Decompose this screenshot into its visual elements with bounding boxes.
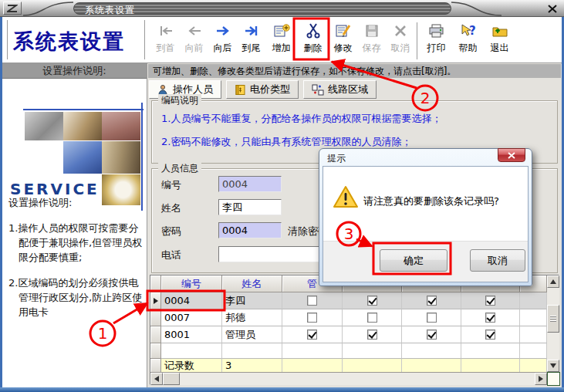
checkbox[interactable] bbox=[307, 296, 317, 306]
thumb-ridges bbox=[550, 316, 556, 322]
scroll-up-button[interactable] bbox=[547, 275, 559, 288]
person-info-title: 人员信息 bbox=[158, 162, 201, 175]
table-row[interactable]: 0004 李四 bbox=[150, 292, 547, 309]
arrow-left-icon bbox=[186, 22, 203, 40]
window-border bbox=[0, 387, 564, 392]
checkbox[interactable] bbox=[367, 296, 377, 306]
sidebar-header: 设置操作说明: bbox=[2, 63, 147, 79]
instruction-item: 2.区域编码的划分必须按供电管理行政区划分,防止跨区使用电卡 bbox=[8, 275, 143, 319]
scroll-right-icon bbox=[539, 376, 543, 382]
checkbox[interactable] bbox=[307, 313, 317, 323]
svg-text:?: ? bbox=[469, 24, 476, 38]
photo-pen bbox=[63, 112, 102, 140]
price-book-icon bbox=[235, 84, 246, 96]
dialog-close-button[interactable] bbox=[498, 148, 525, 162]
checkbox[interactable] bbox=[427, 296, 437, 306]
divider bbox=[7, 20, 8, 59]
instruction-item: 1.操作人员的权限可按需要分配便于兼职操作,但管理员权限分配要慎重; bbox=[8, 221, 143, 265]
cancel-button[interactable]: 取消 bbox=[470, 249, 525, 272]
edit-icon bbox=[335, 22, 352, 40]
code-field[interactable] bbox=[218, 176, 282, 192]
checkbox[interactable] bbox=[427, 329, 437, 340]
tab-line-region[interactable]: 线路区域 bbox=[303, 80, 377, 99]
photo-fabric bbox=[102, 141, 140, 174]
col-header-code[interactable]: 编号 bbox=[161, 275, 222, 292]
toolbar-exit-button[interactable]: 退出 bbox=[484, 19, 515, 63]
table-footer-row: 记录数 3 bbox=[150, 359, 547, 373]
name-field[interactable] bbox=[218, 199, 282, 215]
scroll-down-icon bbox=[550, 363, 556, 368]
title-bar: 系统表设置 bbox=[0, 0, 564, 17]
toolbar-print-button[interactable]: 打印 bbox=[420, 19, 452, 63]
checkbox[interactable] bbox=[307, 329, 317, 340]
table-row[interactable]: 0007 邦德 bbox=[150, 309, 547, 326]
scroll-down-button[interactable] bbox=[547, 360, 559, 372]
window-border bbox=[0, 17, 2, 392]
scissors-icon bbox=[306, 22, 321, 40]
help-icon: ? bbox=[460, 22, 477, 40]
window-close-button[interactable] bbox=[545, 2, 559, 15]
coding-note-line: 2.密码不能修改，只能由具有系统管理权限的人员清除； bbox=[161, 135, 411, 149]
vertical-scrollbar[interactable] bbox=[547, 275, 559, 372]
dialog-footer: 确定 取消 bbox=[323, 241, 528, 282]
app-header: 系统表设置 到首 向前 向后 到尾 bbox=[2, 17, 562, 63]
checkbox[interactable] bbox=[367, 313, 377, 323]
arrow-right-icon bbox=[214, 22, 231, 40]
col-header-name[interactable]: 姓名 bbox=[222, 275, 282, 292]
horizontal-scrollbar[interactable] bbox=[150, 372, 547, 385]
printer-icon bbox=[428, 22, 445, 40]
horizontal-scroll-thumb[interactable] bbox=[163, 373, 180, 385]
record-count-value: 3 bbox=[222, 359, 282, 373]
save-disk-icon bbox=[365, 22, 379, 40]
tab-price-type[interactable]: 电价类型 bbox=[226, 80, 299, 99]
scroll-up-icon bbox=[550, 279, 556, 284]
row-selector[interactable] bbox=[150, 326, 161, 343]
toolbar-help-button[interactable]: ? 帮助 bbox=[452, 19, 484, 63]
row-selector[interactable] bbox=[150, 292, 161, 309]
scroll-left-button[interactable] bbox=[150, 373, 163, 385]
toolbar: 到首 向前 向后 到尾 增加 bbox=[151, 19, 515, 63]
table-empty-row bbox=[150, 343, 547, 359]
photo-keyboard bbox=[63, 141, 102, 174]
operator-table: 编号 姓名 管 0004 李四 0007 邦德 bbox=[150, 275, 559, 385]
toolbar-add-button[interactable]: 增加 bbox=[265, 19, 297, 63]
scroll-right-button[interactable] bbox=[535, 373, 547, 385]
toolbar-modify-button[interactable]: 修改 bbox=[329, 19, 357, 63]
coding-note-title: 编码说明 bbox=[158, 94, 201, 107]
checkbox[interactable] bbox=[485, 296, 495, 306]
toolbar-prev-button[interactable]: 向前 bbox=[180, 19, 208, 63]
table-row[interactable]: 8001 管理员 bbox=[150, 326, 547, 343]
row-selector[interactable] bbox=[150, 309, 161, 326]
phone-label: 电话 bbox=[161, 248, 181, 262]
checkbox[interactable] bbox=[485, 329, 495, 340]
title-pill: 系统表设置 bbox=[73, 2, 451, 15]
cancel-x-icon bbox=[393, 22, 407, 40]
toolbar-separator bbox=[414, 19, 420, 63]
confirm-dialog: 提示 请注意真的要删除该条记录吗? 确定 取消 bbox=[319, 148, 532, 286]
photo-instruments bbox=[102, 112, 140, 140]
checkbox[interactable] bbox=[367, 329, 377, 340]
vertical-scroll-thumb[interactable] bbox=[547, 305, 559, 333]
record-count-label: 记录数 bbox=[161, 359, 222, 373]
exit-folder-icon bbox=[491, 22, 508, 40]
step-last-icon bbox=[243, 22, 260, 40]
close-icon bbox=[508, 152, 515, 159]
toolbar-next-button[interactable]: 向后 bbox=[208, 19, 237, 63]
sidebar-collage: SERVICE bbox=[6, 81, 144, 208]
toolbar-delete-button[interactable]: 删除 bbox=[297, 19, 329, 63]
checkbox[interactable] bbox=[427, 313, 437, 323]
toolbar-first-button[interactable]: 到首 bbox=[151, 19, 180, 63]
notice-bar: 可增加、删除、修改各类型后请进行保存，如不保存修改，请点击[取消]。 bbox=[148, 64, 561, 78]
warning-icon bbox=[333, 185, 359, 208]
current-row-icon bbox=[154, 298, 158, 304]
instructions-title: 设置操作说明: bbox=[8, 196, 143, 210]
code-label: 编号 bbox=[161, 178, 181, 192]
toolbar-last-button[interactable]: 到尾 bbox=[237, 19, 265, 63]
region-pages-icon bbox=[312, 84, 324, 96]
toolbar-cancel-button[interactable]: 取消 bbox=[386, 19, 414, 63]
password-field[interactable] bbox=[218, 222, 282, 238]
collage-line bbox=[23, 109, 144, 110]
checkbox[interactable] bbox=[485, 313, 495, 323]
toolbar-save-button[interactable]: 保存 bbox=[357, 19, 386, 63]
ok-button[interactable]: 确定 bbox=[380, 249, 447, 272]
